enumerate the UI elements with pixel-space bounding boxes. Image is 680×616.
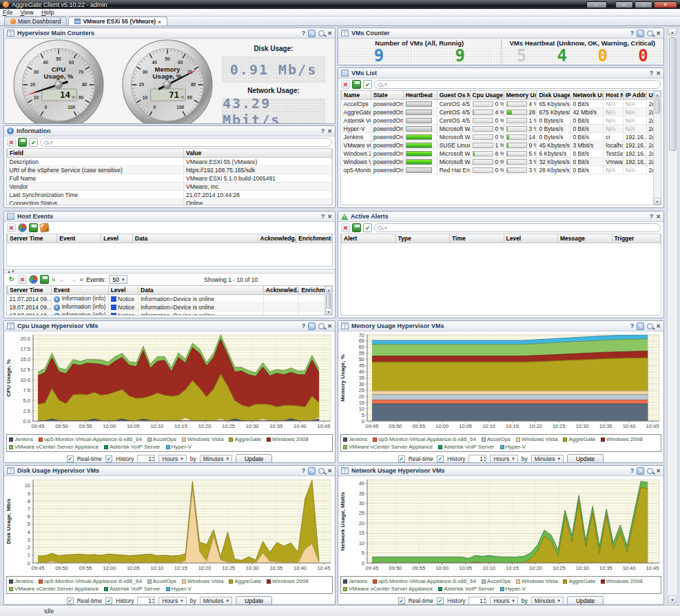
save-icon[interactable] bbox=[29, 223, 38, 232]
unit-select[interactable]: Hours▾ bbox=[490, 455, 517, 464]
close-icon[interactable] bbox=[327, 213, 332, 220]
column-header[interactable]: Type bbox=[395, 234, 450, 243]
realtime-checkbox[interactable] bbox=[67, 455, 74, 462]
update-button[interactable]: Update bbox=[567, 596, 604, 606]
subunit-select[interactable]: Minutes▾ bbox=[531, 597, 564, 606]
close-icon[interactable] bbox=[327, 467, 332, 475]
scroll-down-icon[interactable]: ▼ bbox=[654, 198, 661, 205]
edit-icon[interactable] bbox=[308, 467, 316, 475]
save-icon[interactable] bbox=[18, 138, 27, 147]
column-header[interactable]: Event bbox=[52, 286, 109, 295]
events-count-select[interactable]: 50▾ bbox=[109, 275, 127, 284]
column-header[interactable]: Data bbox=[132, 234, 258, 243]
subunit-select[interactable]: Minutes▾ bbox=[531, 455, 564, 464]
menu-help[interactable]: Help bbox=[41, 9, 54, 16]
edit-icon[interactable] bbox=[637, 467, 644, 475]
unit-select[interactable]: Hours▾ bbox=[158, 597, 186, 606]
history-checkbox[interactable] bbox=[437, 597, 444, 604]
help-icon[interactable] bbox=[630, 467, 635, 474]
delete-filter-icon[interactable] bbox=[7, 138, 16, 147]
column-header[interactable]: Network Usa... bbox=[570, 91, 604, 100]
delete-filter-icon[interactable] bbox=[341, 223, 350, 232]
table-row[interactable]: Windows 2008poweredOnMicrosoft Wind...8 … bbox=[342, 150, 661, 158]
column-header[interactable]: Time bbox=[450, 234, 504, 243]
column-header[interactable]: Server Time bbox=[8, 234, 57, 243]
unit-select[interactable]: Hours▾ bbox=[158, 455, 186, 464]
column-header[interactable]: State bbox=[371, 91, 403, 100]
table-row[interactable]: op5-Monitor...poweredOnRed Hat Enter...0… bbox=[342, 166, 661, 174]
column-header[interactable]: Heartbeat bbox=[403, 91, 437, 100]
scroll-up-icon[interactable]: ▲ bbox=[654, 91, 661, 98]
history-checkbox[interactable] bbox=[105, 455, 112, 462]
save-icon[interactable] bbox=[352, 223, 361, 232]
magnifier-icon[interactable] bbox=[647, 30, 653, 37]
help-icon[interactable] bbox=[321, 213, 325, 220]
magnifier-icon[interactable] bbox=[647, 323, 653, 329]
tab-main-dashboard[interactable]: Main Dashboard bbox=[4, 17, 67, 25]
menu-view[interactable]: View bbox=[21, 9, 34, 16]
history-count-input[interactable]: 1▴▾ bbox=[137, 455, 155, 464]
refresh-icon[interactable] bbox=[7, 275, 16, 284]
table-scrollbar[interactable]: ▲▼ bbox=[324, 286, 332, 315]
table-row[interactable]: AccelOpspoweredOnCentOS 4/5/6 ...0 %4 %6… bbox=[342, 100, 661, 108]
delete-filter-icon[interactable] bbox=[18, 275, 27, 284]
window-scrollbar[interactable]: ▲ ▼ bbox=[667, 26, 678, 605]
history-count-input[interactable]: 1▴▾ bbox=[468, 455, 486, 464]
memory-usage-chart[interactable]: 051015202530354045505560657009:4509:5009… bbox=[338, 331, 663, 433]
update-button[interactable]: Update bbox=[236, 596, 272, 606]
table-row[interactable]: Connection StatusOnline bbox=[8, 199, 332, 206]
window-titlebar[interactable]: AggreGate Client v5.10.22 - admin ↔ — □ … bbox=[0, 0, 680, 9]
realtime-checkbox[interactable] bbox=[398, 597, 405, 604]
column-header[interactable]: Level bbox=[108, 286, 138, 295]
column-header[interactable]: Field bbox=[8, 149, 184, 158]
help-icon[interactable] bbox=[302, 30, 306, 37]
edit-icon[interactable] bbox=[308, 30, 316, 37]
scrollbar-thumb[interactable] bbox=[326, 294, 331, 309]
help-icon[interactable] bbox=[302, 322, 306, 329]
export-icon[interactable] bbox=[363, 223, 372, 232]
scrollbar-thumb[interactable] bbox=[669, 37, 677, 151]
table-row[interactable]: JenkinspoweredOnMicrosoft Wind...0 %14 %… bbox=[342, 133, 661, 141]
column-header[interactable]: Name bbox=[342, 91, 371, 100]
column-header[interactable]: Alert bbox=[342, 234, 396, 243]
table-row[interactable]: Last Synchronization Time21.07.2014 10:4… bbox=[8, 191, 332, 199]
column-header[interactable]: Level bbox=[101, 234, 132, 243]
save-icon[interactable] bbox=[352, 80, 361, 89]
tab-vmware-esxi[interactable]: VMware ESXi 55 (VMware) x bbox=[68, 17, 167, 25]
scroll-up-icon[interactable]: ▲ bbox=[668, 28, 677, 36]
chart-icon[interactable] bbox=[29, 275, 38, 284]
column-header[interactable]: Host Na... bbox=[604, 91, 624, 100]
table-row[interactable]: 21.07.2014 09...i Information (info) Not… bbox=[8, 295, 332, 303]
close-icon[interactable] bbox=[656, 70, 661, 77]
column-header[interactable]: Disk Usage bbox=[537, 91, 570, 100]
save-icon[interactable] bbox=[40, 275, 49, 284]
column-header[interactable]: Enrichments bbox=[296, 234, 332, 243]
restore-arrow-button[interactable]: ↔ bbox=[586, 1, 607, 8]
subunit-select[interactable]: Minutes▾ bbox=[200, 597, 232, 606]
split-divider[interactable]: ▲▼ bbox=[4, 269, 335, 274]
close-icon[interactable] bbox=[656, 322, 661, 330]
disk-usage-chart[interactable]: 01234567891009:4509:5009:5510:0010:0510:… bbox=[4, 476, 335, 575]
chart-icon[interactable] bbox=[18, 223, 27, 232]
table-row[interactable]: 17.07.2014 10...i Information (info) Not… bbox=[8, 311, 332, 316]
minimize-button[interactable]: — bbox=[615, 1, 633, 8]
help-icon[interactable] bbox=[321, 127, 325, 134]
delete-filter-icon[interactable] bbox=[341, 80, 350, 89]
cpu-usage-chart[interactable]: 0.02.55.07.510.012.515.017.520.009:4509:… bbox=[4, 331, 335, 433]
network-usage-chart[interactable]: 051015202530354009:4509:5009:5510:0010:0… bbox=[338, 476, 663, 575]
update-button[interactable]: Update bbox=[236, 454, 272, 464]
column-header[interactable]: Value bbox=[183, 149, 331, 158]
menu-file[interactable]: File bbox=[3, 9, 13, 16]
help-icon[interactable] bbox=[650, 213, 654, 220]
realtime-checkbox[interactable] bbox=[67, 597, 74, 604]
table-row[interactable]: Windows VistapoweredOnMicrosoft Wind...0… bbox=[342, 158, 661, 166]
search-input[interactable]: ▾ bbox=[374, 80, 661, 89]
close-icon[interactable] bbox=[327, 127, 332, 135]
table-row[interactable]: VendorVMware, Inc. bbox=[8, 183, 332, 191]
magnifier-icon[interactable] bbox=[647, 468, 653, 474]
table-row[interactable]: Hyper-VpoweredOnMicrosoft Wind...0 %3 %0… bbox=[342, 125, 661, 133]
table-scrollbar[interactable]: ▲▼ bbox=[653, 91, 661, 205]
tab-close-icon[interactable]: x bbox=[158, 19, 161, 25]
export-icon[interactable] bbox=[363, 80, 372, 89]
magnifier-icon[interactable] bbox=[318, 468, 324, 474]
